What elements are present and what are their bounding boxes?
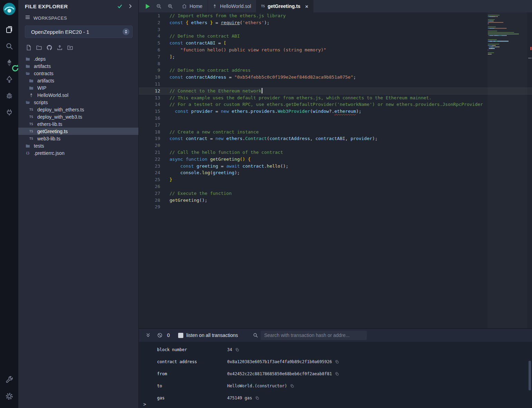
- code-line-8[interactable]: 8: [139, 60, 532, 67]
- listen-all-checkbox[interactable]: [178, 333, 183, 338]
- folder-open-icon: [25, 71, 31, 76]
- code-line-4[interactable]: 4// Define the contract ABI: [139, 33, 532, 40]
- file-item-deploy-with-web3-ts[interactable]: TSdeploy_with_web3.ts: [18, 113, 138, 120]
- tx-detail-value: 0x8a120383e6057b1f3aef4fa9b89c2f1b0a6959…: [227, 359, 332, 364]
- file-item-getgreeting-ts[interactable]: TSgetGreeting.ts: [18, 128, 138, 135]
- activity-bar: [0, 0, 18, 408]
- code-line-6[interactable]: 6 "function hello() public view returns …: [139, 47, 532, 53]
- code-line-18[interactable]: 18// Create a new contract instance: [139, 129, 532, 136]
- file-item-artifacts[interactable]: artifacts: [18, 77, 138, 84]
- code-line-5[interactable]: 5const contractABI = [: [139, 40, 532, 47]
- tab-home[interactable]: Home: [177, 0, 207, 12]
- terminal-scrollbar[interactable]: [529, 361, 531, 390]
- file-item-prettierrc-json[interactable]: {}.prettierrc.json: [18, 149, 138, 157]
- close-tab-icon[interactable]: ×: [305, 4, 308, 9]
- file-item-deploy-with-ethers-ts[interactable]: TSdeploy_with_ethers.ts: [18, 106, 138, 113]
- file-item-helloworld-sol[interactable]: HelloWorld.sol: [18, 91, 138, 99]
- chevron-right-icon[interactable]: [127, 3, 134, 10]
- open-tabs: HomeHelloWorld.solTSgetGreeting.ts×: [177, 0, 313, 12]
- new-folder-icon[interactable]: [35, 44, 42, 51]
- expand-terminal-icon[interactable]: [144, 331, 152, 339]
- line-number: 19: [139, 135, 160, 142]
- upload-folder-icon[interactable]: [66, 44, 74, 51]
- code-line-26[interactable]: 26: [139, 183, 532, 190]
- file-item-ethers-lib-ts[interactable]: TSethers-lib.ts: [18, 120, 138, 128]
- file-item-web3-lib-ts[interactable]: TSweb3-lib.ts: [18, 135, 138, 142]
- plugin-manager-icon[interactable]: [4, 107, 14, 118]
- file-explorer-icon[interactable]: [4, 24, 14, 35]
- listen-all-label[interactable]: listen on all transactions: [186, 332, 238, 338]
- code-line-28[interactable]: 28getGreeting();: [139, 197, 532, 204]
- line-content: const provider = new ethers.providers.We…: [160, 108, 361, 115]
- code-line-27[interactable]: 27// Execute the function: [139, 190, 532, 197]
- file-label: .prettierrc.json: [34, 150, 65, 156]
- copy-icon[interactable]: [255, 396, 259, 400]
- file-item-deps[interactable]: .deps: [18, 55, 138, 62]
- panel-title: FILE EXPLORER: [25, 3, 113, 9]
- tab-bar: HomeHelloWorld.solTSgetGreeting.ts×: [139, 0, 532, 12]
- code-line-1[interactable]: 1// Import ethers from the ethers.js lib…: [139, 12, 532, 19]
- terminal-search-input[interactable]: [261, 331, 367, 340]
- line-number: 25: [139, 176, 160, 183]
- tx-detail-key: block number: [157, 347, 227, 352]
- copy-icon[interactable]: [290, 384, 294, 388]
- code-line-7[interactable]: 7];: [139, 53, 532, 60]
- code-line-15[interactable]: 15 const provider = new ethers.providers…: [139, 108, 532, 115]
- code-line-19[interactable]: 19const contract = new ethers.Contract(c…: [139, 135, 532, 142]
- code-line-2[interactable]: 2const { ethers } = require('ethers');: [139, 19, 532, 26]
- line-number: 16: [139, 115, 160, 122]
- code-line-3[interactable]: 3: [139, 26, 532, 33]
- clear-console-icon[interactable]: [156, 331, 164, 339]
- code-line-12[interactable]: 12// Connect to the Ethereum network: [139, 88, 532, 94]
- file-item-tests[interactable]: tests: [18, 142, 138, 149]
- debugger-icon[interactable]: [4, 91, 14, 101]
- line-content: const contractAddress = "0xb54febb5c0c0f…: [160, 74, 356, 81]
- code-line-11[interactable]: 11: [139, 81, 532, 88]
- wrench-icon[interactable]: [4, 375, 14, 385]
- code-line-25[interactable]: 25}: [139, 176, 532, 183]
- line-number: 22: [139, 156, 160, 163]
- minimap[interactable]: [488, 12, 527, 328]
- code-line-17[interactable]: 17: [139, 122, 532, 129]
- file-item-wip[interactable]: WIP: [18, 84, 138, 91]
- tab-helloworld-sol[interactable]: HelloWorld.sol: [207, 0, 256, 12]
- publish-gist-github-icon[interactable]: [46, 44, 53, 51]
- zoom-out-icon[interactable]: [155, 3, 162, 10]
- tab-getgreeting-ts[interactable]: TSgetGreeting.ts×: [256, 0, 313, 12]
- code-line-20[interactable]: 20: [139, 142, 532, 149]
- line-number: 24: [139, 169, 160, 176]
- file-item-artifacts[interactable]: artifacts: [18, 62, 138, 70]
- upload-file-icon[interactable]: [56, 44, 63, 51]
- accept-check-icon[interactable]: [116, 3, 123, 10]
- code-line-14[interactable]: 14// For a testnet or custom RPC, use et…: [139, 101, 532, 108]
- search-icon[interactable]: [4, 41, 14, 51]
- new-file-icon[interactable]: [25, 44, 32, 51]
- solidity-compiler-icon[interactable]: [4, 58, 14, 68]
- code-line-16[interactable]: 16: [139, 115, 532, 122]
- folder-icon: [25, 56, 31, 62]
- copy-icon[interactable]: [235, 348, 239, 352]
- file-item-scripts[interactable]: scripts: [18, 99, 138, 106]
- terminal-prompt[interactable]: >: [143, 401, 146, 407]
- code-editor[interactable]: 1// Import ethers from the ethers.js lib…: [139, 12, 532, 328]
- workspace-select[interactable]: OpenZeppelin ERC20 - 1: [25, 26, 133, 38]
- code-line-9[interactable]: 9// Define the contract address: [139, 67, 532, 74]
- code-line-13[interactable]: 13// This example uses the default provi…: [139, 94, 532, 101]
- code-line-22[interactable]: 22async function getGreeting() {: [139, 156, 532, 163]
- line-number: 23: [139, 163, 160, 170]
- remix-logo[interactable]: [2, 2, 16, 16]
- code-line-24[interactable]: 24 console.log(greeting);: [139, 169, 532, 176]
- deploy-run-icon[interactable]: [4, 74, 14, 84]
- editor-scroll-indicator[interactable]: [528, 58, 532, 59]
- copy-icon[interactable]: [335, 372, 339, 376]
- code-line-10[interactable]: 10const contractAddress = "0xb54febb5c0c…: [139, 74, 532, 81]
- code-line-29[interactable]: 29: [139, 203, 532, 210]
- code-line-23[interactable]: 23 const greeting = await contract.hello…: [139, 163, 532, 170]
- file-item-contracts[interactable]: contracts: [18, 70, 138, 77]
- zoom-in-icon[interactable]: [167, 3, 174, 10]
- run-script-button[interactable]: [144, 3, 151, 10]
- workspaces-menu-icon[interactable]: [25, 14, 33, 21]
- code-line-21[interactable]: 21// Call the hello function of the cont…: [139, 149, 532, 156]
- copy-icon[interactable]: [335, 360, 339, 364]
- settings-gear-icon[interactable]: [4, 391, 14, 401]
